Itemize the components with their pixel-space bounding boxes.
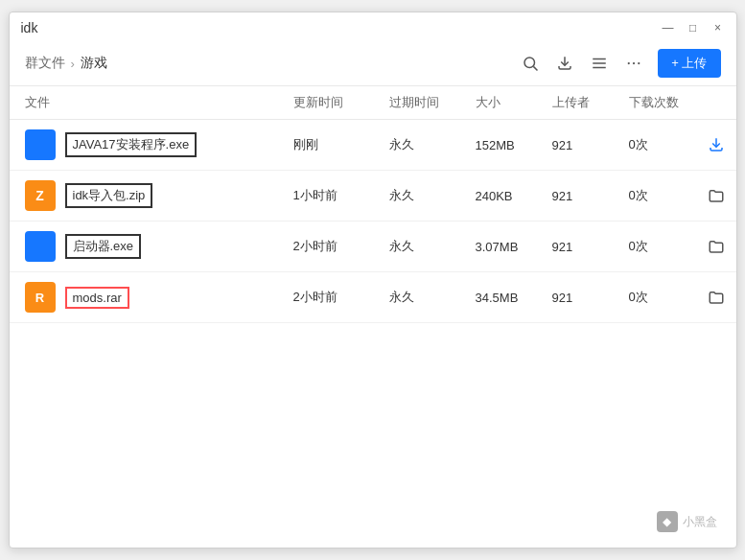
file-cell: 启动器.exe <box>25 231 293 262</box>
col-file: 文件 <box>25 94 293 111</box>
svg-line-1 <box>534 66 538 70</box>
watermark-text: 小黑盒 <box>683 514 717 530</box>
col-downloads: 下载次数 <box>629 94 706 111</box>
uploader: 921 <box>552 138 629 152</box>
windows-icon <box>25 231 56 262</box>
col-updated: 更新时间 <box>293 94 389 111</box>
titlebar: idk — □ × <box>10 12 736 41</box>
file-name: idk导入包.zip <box>65 183 153 208</box>
downloads: 0次 <box>629 187 706 204</box>
folder-action-icon[interactable] <box>706 287 727 308</box>
folder-action-icon[interactable] <box>706 185 727 206</box>
file-name: JAVA17安装程序.exe <box>65 132 198 157</box>
updated-time: 刚刚 <box>293 136 389 153</box>
file-cell: Z idk导入包.zip <box>25 180 293 211</box>
expires: 永久 <box>389 187 476 204</box>
uploader: 921 <box>552 189 629 203</box>
maximize-button[interactable]: □ <box>687 21 700 35</box>
file-name: mods.rar <box>65 287 129 309</box>
download-action-icon[interactable] <box>706 134 727 155</box>
svg-point-0 <box>524 58 535 68</box>
table-row[interactable]: 启动器.exe 2小时前 永久 3.07MB 921 0次 <box>10 222 736 272</box>
list-icon[interactable] <box>589 53 610 74</box>
uploader: 921 <box>552 291 629 305</box>
downloads: 0次 <box>629 238 706 255</box>
watermark: ◆ 小黑盒 <box>657 511 717 532</box>
content-area: JAVA17安装程序.exe 刚刚 永久 152MB 921 0次 Z <box>10 120 736 548</box>
updated-time: 1小时前 <box>293 187 389 204</box>
svg-point-6 <box>628 62 630 64</box>
expires: 永久 <box>389 136 476 153</box>
watermark-logo: ◆ <box>657 511 678 532</box>
minimize-button[interactable]: — <box>662 21 675 35</box>
breadcrumb: 群文件 › 游戏 <box>25 55 513 72</box>
breadcrumb-parent[interactable]: 群文件 <box>25 55 65 72</box>
zip-icon: Z <box>25 180 56 211</box>
downloads: 0次 <box>629 136 706 153</box>
file-size: 34.5MB <box>476 291 552 305</box>
folder-action-icon[interactable] <box>706 236 727 257</box>
toolbar: 群文件 › 游戏 <box>10 41 736 86</box>
svg-point-8 <box>638 62 640 64</box>
rar-label: R <box>35 291 44 305</box>
table-row[interactable]: JAVA17安装程序.exe 刚刚 永久 152MB 921 0次 <box>10 120 736 171</box>
expires: 永久 <box>389 238 476 255</box>
close-button[interactable]: × <box>711 21 725 35</box>
file-size: 152MB <box>476 138 552 152</box>
windows-icon <box>25 129 56 160</box>
uploader: 921 <box>552 240 629 254</box>
breadcrumb-separator: › <box>71 57 75 71</box>
main-window: idk — □ × 群文件 › 游戏 <box>9 12 737 548</box>
file-cell: R mods.rar <box>25 282 293 313</box>
rar-icon: R <box>25 282 56 313</box>
download-icon[interactable] <box>554 53 575 74</box>
toolbar-actions: + 上传 <box>520 49 720 78</box>
file-cell: JAVA17安装程序.exe <box>25 129 293 160</box>
svg-point-7 <box>633 62 635 64</box>
col-size: 大小 <box>476 94 552 111</box>
table-row[interactable]: Z idk导入包.zip 1小时前 永久 240KB 921 0次 <box>10 171 736 222</box>
file-size: 240KB <box>476 189 552 203</box>
table-header: 文件 更新时间 过期时间 大小 上传者 下载次数 <box>10 86 736 120</box>
file-name: 启动器.exe <box>65 234 142 259</box>
table-row[interactable]: R mods.rar 2小时前 永久 34.5MB 921 0次 <box>10 272 736 323</box>
file-size: 3.07MB <box>476 240 552 254</box>
more-icon[interactable] <box>623 53 644 74</box>
col-action <box>706 94 744 111</box>
downloads: 0次 <box>629 289 706 306</box>
table-body: JAVA17安装程序.exe 刚刚 永久 152MB 921 0次 Z <box>10 120 736 548</box>
breadcrumb-current: 游戏 <box>81 55 107 72</box>
zip-label: Z <box>35 188 44 203</box>
window-title: idk <box>21 20 38 35</box>
updated-time: 2小时前 <box>293 289 389 306</box>
expires: 永久 <box>389 289 476 306</box>
updated-time: 2小时前 <box>293 238 389 255</box>
search-icon[interactable] <box>520 53 541 74</box>
col-expires: 过期时间 <box>389 94 476 111</box>
upload-button[interactable]: + 上传 <box>658 49 720 78</box>
window-controls: — □ × <box>662 21 725 35</box>
col-uploader: 上传者 <box>552 94 629 111</box>
